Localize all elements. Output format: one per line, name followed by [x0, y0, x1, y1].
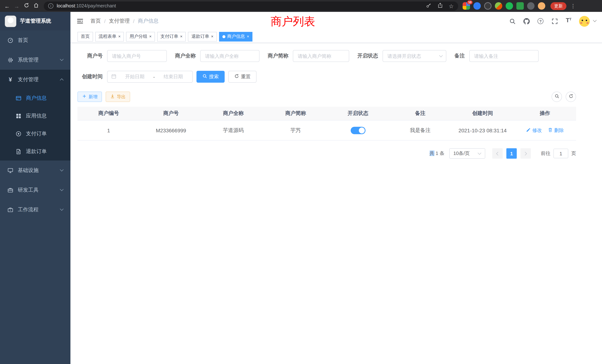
sidebar-item-payment[interactable]: ¥ 支付管理 — [0, 70, 70, 89]
extension-notes-icon[interactable] — [516, 2, 524, 10]
filter-row-1: 商户号 商户全称 商户简称 开启状态 — [77, 50, 576, 62]
sidebar-item-home[interactable]: 首页 — [0, 30, 70, 50]
delete-button[interactable]: 删除 — [548, 127, 564, 134]
sidebar-item-refund-order[interactable]: 退款订单 — [0, 143, 70, 161]
order-target-icon — [16, 131, 22, 137]
goto-page-input[interactable] — [553, 149, 568, 158]
extension-pinwheel-icon[interactable] — [527, 2, 535, 10]
close-icon[interactable]: × — [180, 34, 183, 39]
add-button[interactable]: 新增 — [77, 92, 102, 102]
search-icon — [554, 93, 559, 100]
close-icon[interactable]: × — [149, 34, 152, 39]
chevron-right-icon — [523, 152, 527, 155]
tab-refund-order[interactable]: 退款订单× — [188, 32, 217, 41]
fullscreen-icon[interactable] — [551, 17, 558, 25]
extension-green-circle-icon[interactable] — [506, 2, 513, 10]
sidebar-item-pay-order[interactable]: 支付订单 — [0, 125, 70, 143]
sidebar-item-workflow[interactable]: 工作流程 — [0, 200, 70, 219]
extension-tabs-icon[interactable]: 10 — [463, 2, 470, 10]
sidebar-item-merchant-info[interactable]: 商户信息 — [0, 89, 70, 107]
tab-label: 退款订单 — [192, 33, 209, 40]
browser-toolbar: ← → i localhost:1024/pay/merchant ☆ 10 — [0, 0, 602, 12]
remark-input[interactable] — [469, 50, 539, 62]
search-button[interactable]: 搜索 — [196, 71, 225, 83]
extension-blue-icon[interactable] — [473, 2, 481, 10]
cell-short-name: 芋艿 — [265, 127, 327, 134]
export-button[interactable]: 导出 — [106, 92, 130, 102]
browser-profile-avatar[interactable] — [538, 2, 545, 10]
refresh-table-button[interactable] — [566, 92, 576, 102]
sidebar-item-infrastructure[interactable]: 基础设施 — [0, 161, 70, 180]
tab-label: 支付订单 — [161, 33, 178, 40]
info-glyph: i — [50, 4, 51, 8]
column-header: 商户号 — [140, 110, 202, 117]
sidebar-item-label: 商户信息 — [26, 95, 47, 102]
share-icon[interactable] — [437, 3, 443, 9]
reload-button[interactable] — [22, 1, 31, 11]
status-select-input[interactable] — [383, 50, 446, 62]
browser-update-button[interactable]: 更新 — [550, 2, 566, 10]
user-avatar[interactable] — [579, 16, 590, 26]
password-key-icon[interactable] — [426, 3, 431, 9]
chevron-down-icon[interactable] — [593, 18, 597, 22]
back-button[interactable]: ← — [2, 1, 12, 11]
edit-button[interactable]: 修改 — [526, 127, 542, 134]
back-icon: ← — [4, 3, 10, 9]
filter-merchant-no: 商户号 — [77, 50, 167, 62]
address-bar[interactable]: i localhost:1024/pay/merchant ☆ — [44, 1, 458, 11]
tab-user-group[interactable]: 用户分组× — [126, 32, 155, 41]
close-icon[interactable]: × — [118, 34, 121, 39]
browser-menu-icon[interactable]: ⋮ — [570, 3, 576, 9]
forward-button[interactable]: → — [12, 1, 22, 11]
next-page-button[interactable] — [520, 148, 531, 159]
sidebar-item-label: 基础设施 — [18, 167, 39, 174]
close-icon[interactable]: × — [247, 34, 249, 39]
page-number-current[interactable]: 1 — [506, 148, 517, 159]
filter-full-name: 商户全称 — [175, 50, 259, 62]
bookmark-star-icon[interactable]: ☆ — [449, 3, 454, 9]
prev-page-button[interactable] — [492, 148, 503, 159]
extension-badge: 10 — [467, 0, 473, 4]
site-info-icon[interactable]: i — [48, 3, 53, 9]
page-size-select[interactable]: 10条/页 — [449, 148, 485, 159]
url-path: :1024/pay/merchant — [75, 3, 116, 9]
full-name-input[interactable] — [200, 50, 259, 62]
reload-icon — [23, 3, 29, 9]
tab-merchant-info-active[interactable]: 商户信息× — [219, 32, 253, 41]
sidebar-item-app-info[interactable]: 应用信息 — [0, 107, 70, 125]
header-actions: ? TT — [509, 16, 596, 26]
font-size-icon[interactable]: TT — [565, 17, 572, 25]
reset-button[interactable]: 重置 — [228, 71, 257, 83]
merchant-no-input[interactable] — [107, 50, 167, 62]
tab-pay-order[interactable]: 支付订单× — [157, 32, 186, 41]
chevron-down-icon — [60, 187, 64, 191]
extension-dark-icon[interactable] — [484, 2, 492, 10]
sidebar-menu: 首页 系统管理 ¥ 支付管理 商户信息 应用信息 — [0, 30, 70, 219]
short-name-input[interactable] — [293, 50, 349, 62]
search-icon[interactable] — [509, 17, 516, 25]
breadcrumb-item[interactable]: 首页 — [90, 18, 101, 24]
status-select[interactable] — [383, 50, 446, 62]
help-icon[interactable]: ? — [537, 17, 544, 25]
sidebar-item-system[interactable]: 系统管理 — [0, 50, 70, 70]
forward-icon: → — [14, 3, 20, 9]
status-toggle[interactable] — [351, 127, 365, 134]
tab-home[interactable]: 首页 — [77, 32, 93, 41]
home-button[interactable] — [31, 1, 41, 11]
extension-avatar-icon[interactable] — [495, 2, 502, 10]
field-label: 商户号 — [77, 53, 103, 59]
close-icon[interactable]: × — [211, 34, 214, 39]
toggle-search-button[interactable] — [552, 92, 562, 102]
yen-icon: ¥ — [7, 76, 13, 83]
breadcrumb-item[interactable]: 支付管理 — [109, 18, 130, 24]
date-range-picker[interactable]: 开始日期 - 结束日期 — [107, 71, 193, 83]
app-logo[interactable]: 芋道管理系统 — [0, 12, 70, 30]
extensions-area: 10 — [463, 2, 545, 10]
sidebar-item-devtools[interactable]: 研发工具 — [0, 180, 70, 200]
toolbox-icon — [7, 187, 13, 193]
github-icon[interactable] — [523, 17, 530, 25]
tab-process-form[interactable]: 流程表单× — [95, 32, 124, 41]
sidebar-collapse-icon[interactable] — [76, 17, 84, 25]
calendar-icon — [111, 74, 116, 80]
cell-merchant-no: M233666999 — [140, 127, 202, 133]
